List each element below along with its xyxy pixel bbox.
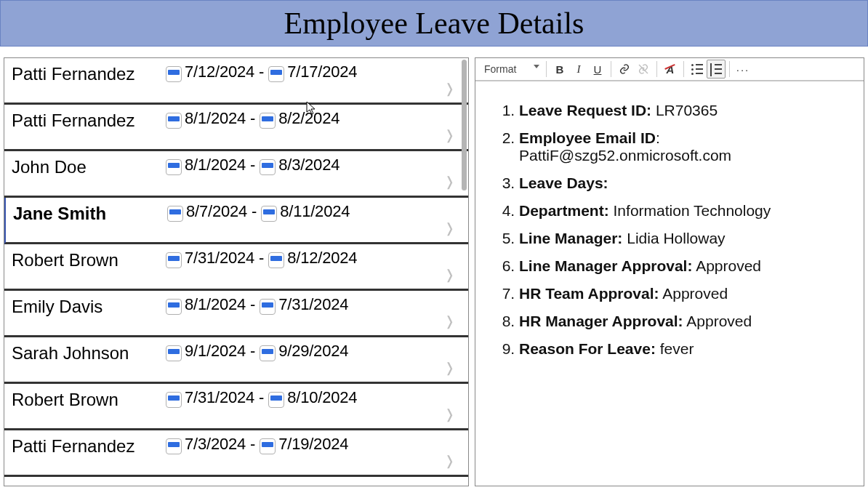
page-title: Employee Leave Details	[284, 6, 584, 41]
employee-name: John Doe	[12, 157, 166, 177]
detail-label: Employee Email ID	[519, 129, 656, 146]
date-range: 7/3/2024-7/19/2024	[166, 435, 348, 454]
start-date: 9/1/2024	[185, 342, 246, 361]
bulleted-list-button[interactable]	[688, 60, 707, 79]
page-header: Employee Leave Details	[0, 0, 868, 47]
end-date: 9/29/2024	[278, 342, 348, 361]
underline-button[interactable]: U	[588, 60, 607, 79]
toolbar-separator	[611, 61, 611, 77]
list-scrollbar-track[interactable]	[461, 58, 468, 486]
more-button[interactable]: ···	[734, 60, 752, 79]
calendar-icon	[260, 159, 276, 175]
detail-panel: Format B I U A	[475, 57, 864, 486]
detail-field: Leave Days:	[519, 174, 845, 192]
clear-formatting-button[interactable]: A	[661, 60, 680, 79]
leave-list-item[interactable]: Robert Brown7/31/2024-8/12/2024❭	[4, 244, 468, 291]
calendar-icon	[166, 113, 182, 129]
detail-label: Leave Days:	[519, 174, 608, 191]
end-date: 8/11/2024	[280, 202, 350, 221]
detail-field: Reason For Leave: fever	[519, 340, 845, 358]
calendar-icon	[166, 159, 182, 175]
detail-value: LR70365	[656, 102, 718, 119]
end-date: 8/2/2024	[278, 109, 339, 128]
chevron-right-icon: ❭	[444, 406, 455, 422]
detail-field: HR Manager Approval: Approved	[519, 313, 845, 330]
detail-value: Lidia Holloway	[627, 230, 725, 246]
chevron-right-icon: ❭	[444, 267, 455, 283]
employee-name: Patti Fernandez	[12, 436, 166, 457]
chevron-down-icon	[534, 65, 539, 68]
detail-label: Line Manager Approval:	[519, 257, 692, 274]
detail-value: Approved	[686, 313, 752, 329]
detail-value: fever	[660, 340, 694, 357]
list-scrollbar-thumb[interactable]	[462, 60, 467, 190]
calendar-icon	[166, 299, 182, 315]
start-date: 7/31/2024	[185, 249, 254, 268]
start-date: 8/1/2024	[185, 295, 246, 314]
detail-content[interactable]: Leave Request ID: LR70365Employee Email …	[475, 81, 864, 486]
italic-button[interactable]: I	[569, 60, 588, 79]
chevron-right-icon: ❭	[444, 220, 455, 236]
toolbar-separator	[656, 61, 657, 77]
numbered-list-icon	[710, 64, 722, 74]
detail-field: HR Team Approval: Approved	[519, 285, 845, 302]
format-label: Format	[484, 63, 516, 75]
format-dropdown[interactable]: Format	[480, 60, 542, 78]
end-date: 8/3/2024	[278, 156, 339, 174]
remove-link-button[interactable]	[634, 60, 653, 79]
chevron-right-icon: ❭	[444, 360, 455, 376]
leave-list-item[interactable]: Robert Brown7/31/2024-8/10/2024❭	[4, 384, 468, 430]
calendar-icon	[166, 66, 182, 82]
date-range: 7/12/2024-7/17/2024	[166, 63, 357, 81]
leave-list-item[interactable]: Emily Davis8/1/2024-7/31/2024❭	[4, 291, 468, 337]
detail-field: Line Manager Approval: Approved	[519, 257, 845, 275]
toolbar-separator	[729, 61, 730, 77]
calendar-icon	[260, 345, 276, 361]
employee-name: Robert Brown	[12, 390, 166, 410]
start-date: 7/31/2024	[185, 388, 254, 407]
employee-name: Jane Smith	[13, 204, 167, 224]
calendar-icon	[260, 438, 276, 454]
start-date: 8/7/2024	[186, 202, 247, 221]
chevron-right-icon: ❭	[444, 174, 455, 190]
leave-list-item[interactable]: Patti Fernandez8/1/2024-8/2/2024❭	[4, 105, 468, 151]
calendar-icon	[166, 252, 182, 268]
leave-list-item[interactable]: Jane Smith8/7/2024-8/11/2024❭	[4, 198, 468, 244]
detail-field: Employee Email ID:PattiF@szg52.onmicroso…	[519, 129, 845, 164]
leave-list-item[interactable]: Patti Fernandez7/3/2024-7/19/2024❭	[4, 430, 468, 477]
insert-link-button[interactable]	[615, 60, 634, 79]
calendar-icon	[166, 392, 182, 408]
employee-name: Patti Fernandez	[12, 111, 166, 131]
end-date: 8/10/2024	[287, 388, 357, 407]
detail-value: PattiF@szg52.onmicrosoft.com	[519, 147, 731, 164]
calendar-icon	[268, 252, 284, 268]
chevron-right-icon: ❭	[444, 81, 455, 97]
date-range: 8/1/2024-8/2/2024	[166, 109, 339, 128]
calendar-icon	[260, 113, 276, 129]
detail-value: Approved	[662, 285, 728, 302]
end-date: 8/12/2024	[287, 249, 357, 268]
numbered-list-button[interactable]	[707, 60, 726, 79]
leave-list-panel: Patti Fernandez7/12/2024-7/17/2024❭Patti…	[4, 57, 469, 486]
end-date: 7/19/2024	[278, 435, 348, 454]
employee-name: Emily Davis	[12, 297, 166, 317]
calendar-icon	[260, 299, 276, 315]
detail-label: Department:	[519, 202, 609, 219]
detail-field: Line Manager: Lidia Holloway	[519, 230, 845, 247]
leave-list-item[interactable]: John Doe8/1/2024-8/3/2024❭	[4, 151, 468, 198]
calendar-icon	[268, 66, 284, 82]
bold-button[interactable]: B	[550, 60, 569, 79]
leave-list-item[interactable]: Sarah Johnson9/1/2024-9/29/2024❭	[4, 337, 468, 384]
toolbar-separator	[683, 61, 684, 77]
calendar-icon	[261, 206, 277, 222]
toolbar-separator	[546, 61, 547, 77]
body-area: Patti Fernandez7/12/2024-7/17/2024❭Patti…	[0, 57, 868, 486]
date-range: 9/1/2024-9/29/2024	[166, 342, 348, 361]
date-range: 8/1/2024-8/3/2024	[166, 156, 339, 174]
calendar-icon	[166, 345, 182, 361]
detail-field: Department: Information Technology	[519, 202, 845, 220]
start-date: 8/1/2024	[185, 156, 246, 174]
leave-list-item[interactable]: Patti Fernandez7/12/2024-7/17/2024❭	[4, 58, 468, 105]
detail-value: Approved	[696, 257, 761, 274]
chevron-right-icon: ❭	[444, 127, 455, 143]
